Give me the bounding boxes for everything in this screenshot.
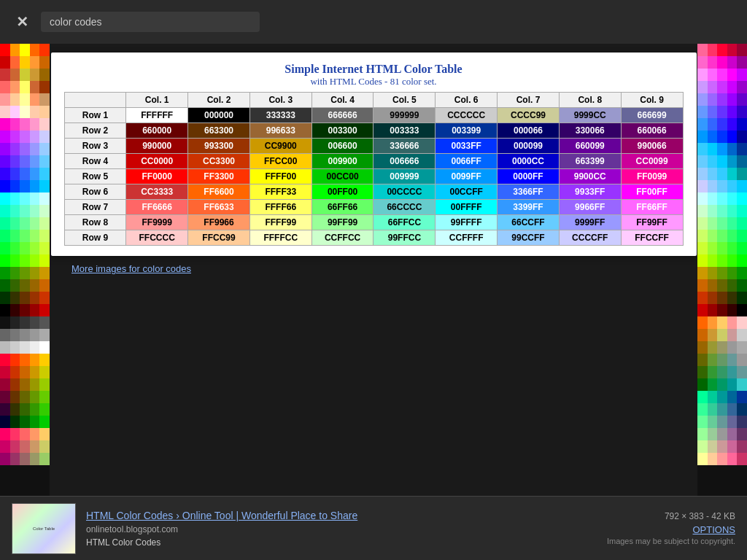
color-table-container: Simple Internet HTML Color Table with HT… — [51, 52, 697, 256]
search-input[interactable] — [41, 12, 260, 32]
color-swatch — [737, 366, 747, 378]
color-swatch — [708, 403, 718, 416]
color-swatch — [10, 292, 20, 304]
color-swatch — [30, 69, 40, 81]
color-swatch — [20, 366, 30, 378]
color-cell: 66CCFF — [498, 215, 560, 230]
color-swatch — [30, 316, 40, 329]
swatch-row — [697, 378, 747, 391]
color-swatch — [30, 44, 40, 56]
color-swatch — [697, 403, 708, 416]
swatch-row — [0, 242, 50, 254]
color-swatch — [30, 217, 40, 230]
color-swatch — [30, 143, 40, 155]
color-cell: 00FF00 — [311, 184, 374, 200]
color-swatch — [727, 292, 738, 304]
color-swatch — [20, 416, 30, 428]
color-swatch — [697, 242, 708, 254]
color-swatch — [697, 329, 708, 341]
color-swatch — [708, 93, 718, 106]
color-swatch — [0, 205, 10, 217]
color-swatch — [30, 378, 40, 391]
empty-header — [64, 93, 126, 108]
color-swatch — [0, 267, 10, 279]
color-swatch — [30, 168, 40, 180]
color-swatch — [0, 453, 10, 465]
col-header-5: Col. 5 — [374, 93, 436, 108]
swatch-row — [0, 205, 50, 217]
color-swatch — [39, 192, 50, 205]
color-swatch — [39, 242, 50, 254]
color-swatch — [737, 81, 747, 93]
color-cell: FFFF33 — [249, 184, 311, 200]
color-swatch — [737, 205, 747, 217]
swatch-row — [697, 416, 747, 428]
color-swatch — [708, 341, 718, 354]
color-swatch — [39, 131, 50, 143]
color-swatch — [39, 428, 50, 440]
result-title[interactable]: HTML Color Codes › Online Tool | Wonderf… — [86, 510, 597, 521]
color-swatch — [727, 242, 738, 254]
color-cell: 66FF66 — [311, 200, 374, 215]
color-swatch — [737, 44, 747, 56]
color-swatch — [10, 192, 20, 205]
color-swatch — [20, 242, 30, 254]
color-swatch — [20, 403, 30, 416]
color-swatch — [30, 230, 40, 242]
color-swatch — [697, 106, 708, 118]
color-swatch — [10, 329, 20, 341]
color-swatch — [30, 118, 40, 131]
color-swatch — [708, 44, 718, 56]
close-button[interactable]: ✕ — [12, 12, 32, 32]
col-header-7: Col. 7 — [498, 93, 560, 108]
color-swatch — [708, 69, 718, 81]
color-swatch — [717, 254, 727, 267]
table-row: Row 3990000993300CC99000066003366660033F… — [64, 139, 683, 154]
color-swatch — [39, 378, 50, 391]
more-images-link[interactable]: More images for color codes — [50, 263, 191, 274]
row-label-1: Row 1 — [64, 108, 126, 123]
color-swatch — [697, 192, 708, 205]
color-swatch — [39, 205, 50, 217]
color-swatch — [737, 440, 747, 453]
color-swatch — [717, 329, 727, 341]
color-swatch — [737, 242, 747, 254]
color-cell: FFFFFF — [126, 108, 188, 123]
color-swatch — [697, 378, 708, 391]
color-swatch — [708, 378, 718, 391]
color-swatch — [10, 453, 20, 465]
swatch-row — [0, 106, 50, 118]
color-swatch — [727, 391, 738, 403]
color-cell: 000099 — [498, 139, 560, 154]
color-swatch — [39, 292, 50, 304]
color-table: Col. 1Col. 2Col. 3Col. 4Col. 5Col. 6Col.… — [64, 92, 684, 246]
color-swatch — [717, 416, 727, 428]
color-cell: CC9900 — [249, 139, 311, 154]
color-swatch — [717, 168, 727, 180]
color-swatch — [30, 391, 40, 403]
color-swatch — [737, 316, 747, 329]
table-title: Simple Internet HTML Color Table with HT… — [64, 63, 684, 88]
color-swatch — [20, 354, 30, 366]
color-swatch — [30, 453, 40, 465]
swatch-row — [0, 316, 50, 329]
color-cell: 99CCFF — [498, 230, 560, 246]
options-button[interactable]: OPTIONS — [692, 524, 735, 535]
color-swatch — [39, 56, 50, 69]
swatch-row — [697, 267, 747, 279]
color-swatch — [737, 403, 747, 416]
swatch-row — [0, 304, 50, 316]
color-swatch — [717, 205, 727, 217]
color-swatch — [10, 391, 20, 403]
swatch-row — [697, 453, 747, 465]
color-swatch — [708, 279, 718, 292]
color-swatch — [708, 329, 718, 341]
color-swatch — [10, 81, 20, 93]
color-swatch — [717, 440, 727, 453]
col-header-8: Col. 8 — [559, 93, 621, 108]
color-cell: CCCCFF — [559, 230, 621, 246]
color-swatch — [727, 69, 738, 81]
swatch-row — [0, 440, 50, 453]
color-swatch — [697, 453, 708, 465]
color-swatch — [717, 217, 727, 230]
